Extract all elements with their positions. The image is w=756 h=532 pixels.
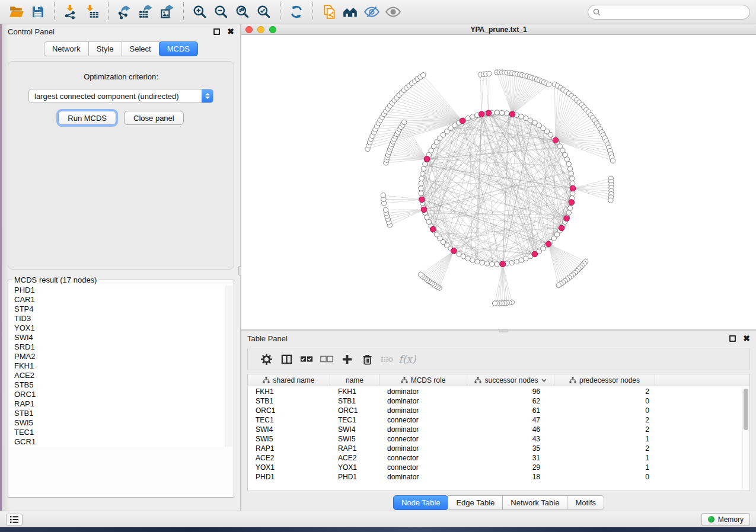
table-row[interactable]: ACE2ACE2connector311: [248, 453, 742, 463]
table-row[interactable]: PHD1PHD1dominator180: [248, 472, 742, 482]
mcds-result-item[interactable]: TID3: [9, 314, 232, 323]
table-settings-button[interactable]: [256, 354, 276, 365]
cytoscape-app: Control Panel ✖ NetworkStyleSelectMCDS O…: [0, 0, 756, 532]
hierarchy-icon: [569, 377, 576, 383]
zoom-selected-icon: [256, 4, 272, 20]
delete-table-button-disabled: [377, 355, 397, 364]
table-row[interactable]: YOX1YOX1connector291: [248, 463, 742, 472]
tab-style[interactable]: Style: [88, 41, 122, 56]
optimization-criterion-select[interactable]: largest connected component (undirected): [28, 89, 213, 103]
mcds-result-item[interactable]: STB1: [9, 409, 232, 418]
table-cell: 1: [554, 435, 655, 443]
run-mcds-button[interactable]: Run MCDS: [58, 111, 116, 125]
task-history-button[interactable]: [6, 514, 23, 525]
memory-status-icon: [708, 516, 714, 523]
mcds-result-item[interactable]: FKH1: [9, 361, 232, 371]
table-row[interactable]: SWI4SWI4dominator462: [248, 425, 742, 434]
table-cell: 0: [554, 473, 655, 481]
zoom-out-button[interactable]: [212, 3, 230, 21]
mcds-list-scrollbar[interactable]: [225, 286, 232, 447]
mcds-result-item[interactable]: STP4: [9, 305, 232, 314]
select-all-button[interactable]: [296, 354, 317, 364]
tab-node-table[interactable]: Node Table: [393, 495, 449, 510]
mcds-result-item[interactable]: ACE2: [9, 371, 232, 380]
mcds-result-item[interactable]: STB5: [9, 380, 232, 390]
mcds-result-group: MCDS result (17 nodes) PHD1CAR1STP4TID3Y…: [8, 275, 234, 498]
import-table-button[interactable]: [83, 3, 101, 21]
column-header-successor-nodes[interactable]: successor nodes: [467, 374, 554, 386]
export-network-button[interactable]: [116, 3, 133, 21]
table-cell: ACE2: [330, 454, 379, 462]
search-input[interactable]: [604, 8, 745, 16]
mcds-result-item[interactable]: ORC1: [9, 390, 232, 399]
close-panel-button[interactable]: Close panel: [124, 111, 184, 125]
double-house-button[interactable]: [342, 3, 359, 21]
table-cell: SWI5: [248, 435, 330, 443]
mcds-result-item[interactable]: SRD1: [9, 342, 232, 352]
table-cell: dominator: [379, 387, 467, 396]
save-session-button[interactable]: [29, 3, 47, 21]
mcds-result-item[interactable]: RAP1: [9, 399, 232, 409]
column-header-mcds-role[interactable]: MCDS role: [379, 374, 467, 386]
tab-edge-table[interactable]: Edge Table: [448, 495, 503, 510]
table-scrollbar[interactable]: [742, 387, 749, 490]
mcds-result-item[interactable]: PMA2: [9, 352, 232, 361]
mcds-result-item[interactable]: YOX1: [9, 323, 232, 333]
column-header-predecessor-nodes[interactable]: predecessor nodes: [554, 374, 655, 386]
memory-label: Memory: [718, 515, 744, 524]
table-row[interactable]: STB1STB1dominator620: [248, 396, 742, 406]
table-toolbar: f(x): [247, 348, 750, 370]
mcds-result-item[interactable]: PHD1: [9, 286, 232, 295]
close-panel-icon[interactable]: ✖: [227, 27, 234, 36]
deselect-all-button[interactable]: [317, 354, 337, 364]
status-bar: Memory: [0, 511, 756, 527]
close-panel-icon[interactable]: ✖: [743, 334, 750, 342]
table-row[interactable]: FKH1FKH1dominator962: [248, 387, 742, 396]
show-details-button[interactable]: [384, 3, 402, 21]
zoom-fit-icon: [235, 4, 250, 20]
refresh-button[interactable]: [288, 3, 305, 21]
import-network-button[interactable]: [62, 3, 79, 21]
mcds-result-item[interactable]: SWI4: [9, 333, 232, 342]
export-table-button[interactable]: [137, 3, 155, 21]
duplicate-network-icon: [321, 4, 337, 20]
create-column-button[interactable]: [337, 354, 357, 365]
splitter-grip[interactable]: [499, 329, 508, 332]
column-header-name[interactable]: name: [330, 374, 379, 386]
table-scrollbar-thumb[interactable]: [744, 389, 748, 430]
table-row[interactable]: SWI5SWI5connector431: [248, 434, 742, 444]
tab-network[interactable]: Network: [44, 41, 89, 56]
mcds-result-item[interactable]: TEC1: [9, 428, 232, 437]
open-session-button[interactable]: [8, 3, 25, 21]
delete-column-button[interactable]: [357, 354, 377, 365]
search-field[interactable]: [588, 5, 750, 20]
hide-details-button[interactable]: [363, 3, 381, 21]
network-canvas[interactable]: [241, 35, 756, 329]
tab-motifs[interactable]: Motifs: [567, 495, 604, 510]
tab-network-table[interactable]: Network Table: [502, 495, 567, 510]
show-column-button[interactable]: [276, 354, 296, 365]
network-window-title: YPA_prune.txt_1: [241, 25, 756, 34]
zoom-in-button[interactable]: [191, 3, 209, 21]
zoom-fit-button[interactable]: [234, 3, 251, 21]
float-panel-icon[interactable]: [213, 28, 220, 35]
mcds-result-item[interactable]: GCR1: [9, 437, 232, 447]
table-row[interactable]: TEC1TEC1connector472: [248, 415, 742, 425]
zoom-selected-button[interactable]: [255, 3, 273, 21]
tab-select[interactable]: Select: [122, 41, 160, 56]
table-cell: 62: [467, 397, 554, 405]
memory-button[interactable]: Memory: [701, 513, 750, 526]
mcds-result-item[interactable]: CAR1: [9, 295, 232, 305]
table-cell: dominator: [379, 406, 467, 415]
zoom-in-icon: [192, 4, 208, 20]
horizontal-splitter[interactable]: [241, 329, 756, 331]
table-cell: RAP1: [330, 444, 379, 453]
export-image-button[interactable]: [158, 3, 176, 21]
table-row[interactable]: ORC1ORC1dominator610: [248, 406, 742, 415]
tab-mcds[interactable]: MCDS: [159, 41, 198, 56]
table-row[interactable]: RAP1RAP1dominator352: [248, 444, 742, 453]
float-panel-icon[interactable]: [729, 335, 736, 342]
mcds-result-item[interactable]: SWI5: [9, 418, 232, 428]
column-header-shared-name[interactable]: shared name: [248, 374, 330, 386]
duplicate-network-button[interactable]: [320, 3, 338, 21]
